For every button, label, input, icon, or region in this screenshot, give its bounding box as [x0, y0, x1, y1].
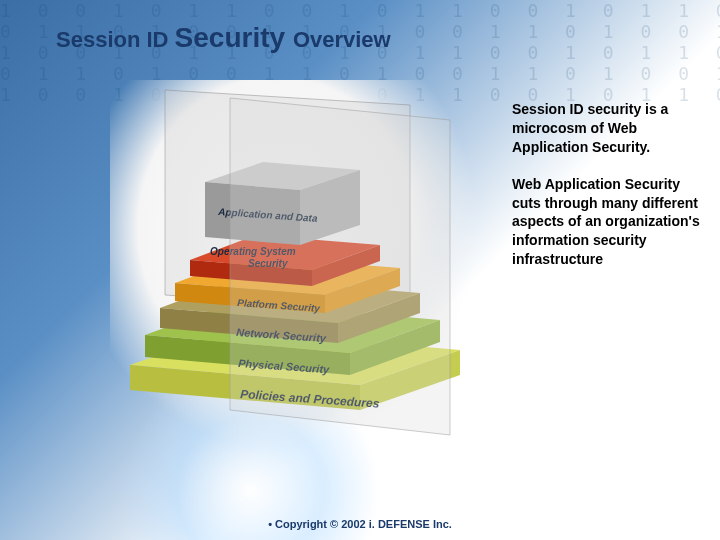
title-part3: Overview: [293, 27, 391, 52]
title-part1: Session ID: [56, 27, 175, 52]
body-text: Session ID security is a microcosm of We…: [512, 100, 702, 287]
slide-title: Session ID Security Overview: [56, 18, 391, 55]
diagram-glass-front: [230, 98, 450, 435]
security-layers-diagram: Policies and Procedures Physical Securit…: [110, 80, 480, 450]
title-part2: Security: [175, 22, 293, 53]
body-paragraph-2: Web Application Security cuts through ma…: [512, 175, 702, 269]
footer-copyright: • Copyright © 2002 i. DEFENSE Inc.: [0, 518, 720, 530]
body-paragraph-1: Session ID security is a microcosm of We…: [512, 100, 702, 157]
